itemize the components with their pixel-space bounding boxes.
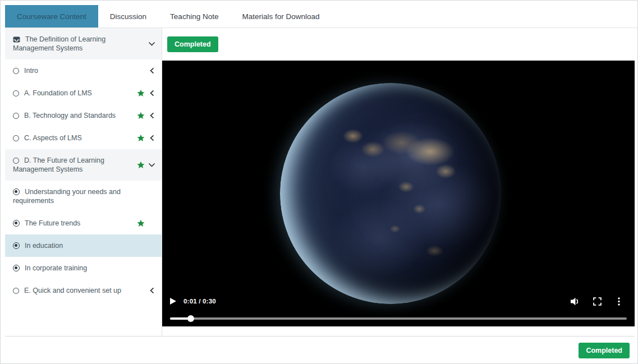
sidebar-item-the-future-trends[interactable]: The Future trends: [5, 212, 162, 234]
progress-scrubber-handle[interactable]: [187, 315, 194, 322]
sidebar-item-text: In education: [13, 241, 134, 250]
progress-bar[interactable]: [170, 317, 627, 320]
circle-icon: [13, 158, 19, 164]
tab-bar: Courseware Content Discussion Teaching N…: [5, 5, 637, 28]
radio-icon: [13, 265, 20, 271]
play-icon[interactable]: [170, 298, 176, 305]
sidebar-item-intro[interactable]: Intro: [5, 59, 162, 82]
sidebar-item-indicators: [136, 287, 156, 295]
radio-icon: [13, 188, 20, 195]
sidebar-item-label: B. Technology and Standards: [24, 112, 116, 119]
tab-materials-for-download[interactable]: Materials for Download: [230, 5, 331, 27]
sidebar-item-in-corporate-training[interactable]: In corporate training: [5, 257, 162, 279]
sidebar-item-indicators: [136, 112, 156, 120]
circle-icon: [13, 68, 19, 74]
fullscreen-icon[interactable]: [591, 296, 603, 307]
courseware-outline-sidebar: The Definition of Learning Management Sy…: [5, 28, 162, 336]
tab-label: Courseware Content: [17, 12, 86, 21]
sidebar-item-label: The Definition of Learning Management Sy…: [13, 35, 105, 52]
completed-badge[interactable]: Completed: [167, 36, 218, 52]
sidebar-item-label: The Future trends: [25, 219, 80, 227]
chevron-down-icon[interactable]: [148, 40, 156, 48]
sidebar-item-in-education[interactable]: In education: [5, 234, 162, 257]
tab-teaching-note[interactable]: Teaching Note: [158, 5, 230, 27]
video-controls: 0:01 / 0:30: [162, 292, 635, 326]
tab-courseware-content[interactable]: Courseware Content: [5, 5, 98, 27]
sidebar-item-indicators: [136, 40, 156, 48]
sidebar-item-label: C. Aspects of LMS: [24, 134, 82, 142]
sidebar-item-understanding-your-needs-and-requirements[interactable]: Understanding your needs and requirement…: [5, 181, 162, 212]
main-panel: Completed 0:01 / 0:30: [162, 28, 635, 336]
video-player[interactable]: 0:01 / 0:30: [162, 61, 635, 326]
sidebar-item-d-the-future-of-learning-management-systems[interactable]: D. The Future of Learning Management Sys…: [5, 149, 162, 181]
sidebar-item-text: E. Quick and convenient set up: [13, 286, 134, 295]
sidebar-item-indicators: [136, 89, 156, 98]
sidebar-item-text: The Future trends: [13, 219, 134, 228]
sidebar-item-text: Intro: [13, 66, 134, 75]
sidebar-item-e-quick-and-convenient-set-up[interactable]: E. Quick and convenient set up: [5, 279, 162, 302]
content-area: The Definition of Learning Management Sy…: [5, 28, 635, 337]
star-icon: [136, 219, 145, 228]
sidebar-item-indicators: [136, 134, 156, 142]
radio-icon: [13, 220, 20, 227]
chevron-left-icon[interactable]: [148, 134, 156, 142]
sidebar-item-label: D. The Future of Learning Management Sys…: [13, 156, 104, 173]
main-top-bar: Completed: [162, 28, 635, 61]
sidebar-item-label: E. Quick and convenient set up: [24, 287, 121, 294]
sidebar-item-text: A. Foundation of LMS: [13, 89, 134, 98]
sidebar-item-text: Understanding your needs and requirement…: [13, 187, 134, 205]
sidebar-item-the-definition-of-learning-management-systems[interactable]: The Definition of Learning Management Sy…: [5, 28, 162, 59]
sidebar-item-a-foundation-of-lms[interactable]: A. Foundation of LMS: [5, 82, 162, 104]
circle-icon: [13, 90, 19, 96]
earth-night-video-frame: [280, 83, 501, 304]
sidebar-item-c-aspects-of-lms[interactable]: C. Aspects of LMS: [5, 127, 162, 149]
sidebar-item-text: B. Technology and Standards: [13, 111, 134, 120]
sidebar-item-text: The Definition of Learning Management Sy…: [13, 35, 134, 53]
sidebar-item-text: In corporate training: [13, 264, 134, 273]
circle-icon: [13, 113, 19, 119]
sidebar-item-label: In corporate training: [25, 264, 87, 272]
sidebar-item-indicators: [136, 219, 156, 228]
tab-label: Materials for Download: [242, 12, 319, 21]
chevron-left-icon[interactable]: [148, 287, 156, 295]
volume-icon[interactable]: [570, 296, 581, 307]
sidebar-item-label: Understanding your needs and requirement…: [13, 188, 121, 205]
sidebar-item-label: Intro: [24, 67, 38, 75]
sidebar-item-indicators: [136, 161, 156, 169]
star-icon: [136, 161, 145, 169]
sidebar-item-label: In education: [25, 242, 63, 250]
inbox-icon: [13, 36, 20, 43]
sidebar-item-indicators: [136, 264, 156, 273]
sidebar-item-b-technology-and-standards[interactable]: B. Technology and Standards: [5, 104, 162, 127]
chevron-left-icon[interactable]: [148, 112, 156, 120]
sidebar-item-text: C. Aspects of LMS: [13, 133, 134, 142]
sidebar-item-text: D. The Future of Learning Management Sys…: [13, 156, 134, 174]
sidebar-item-label: A. Foundation of LMS: [24, 89, 92, 97]
sidebar-item-indicators: [136, 242, 156, 250]
sidebar-item-indicators: [136, 192, 156, 201]
completed-button[interactable]: Completed: [579, 343, 630, 358]
chevron-left-icon[interactable]: [148, 67, 156, 75]
tab-label: Teaching Note: [170, 12, 218, 21]
below-video-strip: [162, 326, 635, 336]
star-icon: [136, 134, 145, 142]
star-icon: [136, 89, 145, 98]
footer-bar: Completed: [1, 337, 637, 358]
chevron-down-icon[interactable]: [148, 161, 156, 169]
circle-icon: [13, 135, 19, 141]
star-icon: [136, 112, 145, 120]
more-options-icon[interactable]: [613, 296, 625, 307]
time-display: 0:01 / 0:30: [183, 298, 216, 305]
circle-icon: [13, 288, 19, 294]
tab-label: Discussion: [110, 12, 146, 21]
tab-discussion[interactable]: Discussion: [98, 5, 158, 27]
sidebar-item-indicators: [136, 67, 156, 75]
radio-icon: [13, 242, 20, 249]
chevron-left-icon[interactable]: [148, 89, 156, 98]
